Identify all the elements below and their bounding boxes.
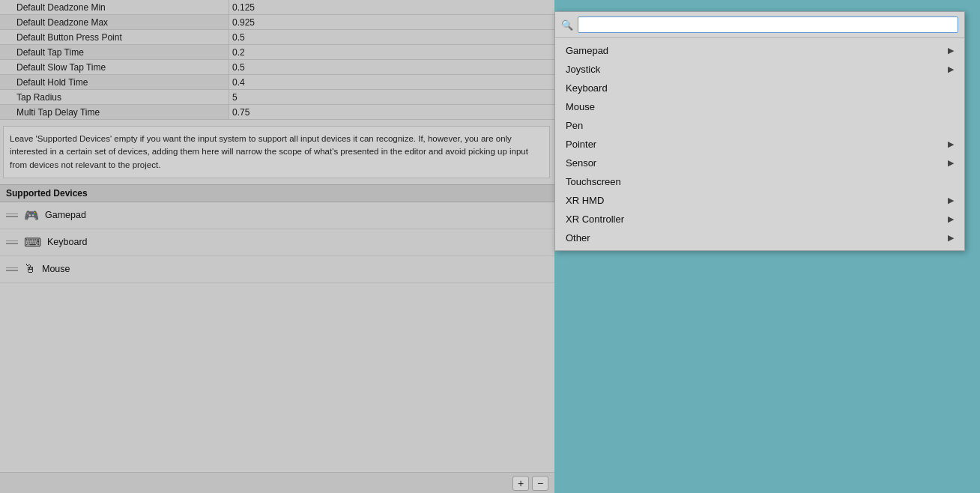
dropdown-item[interactable]: Pointer ▶ <box>555 135 964 154</box>
submenu-arrow-icon: ▶ <box>948 64 954 74</box>
supported-devices-header: Supported Devices <box>0 184 554 202</box>
device-name-label: Mouse <box>42 264 70 274</box>
submenu-arrow-icon: ▶ <box>948 196 954 205</box>
dropdown-item-label: Joystick <box>566 64 600 75</box>
dropdown-item-label: Keyboard <box>566 82 608 94</box>
device-icon: 🖱 <box>24 262 36 276</box>
settings-value-input[interactable] <box>229 90 554 104</box>
settings-label: Default Button Press Point <box>0 32 229 43</box>
settings-label: Default Slow Tap Time <box>0 62 229 73</box>
dropdown-item-label: XR Controller <box>566 214 624 225</box>
dropdown-item-label: Gamepad <box>566 45 608 56</box>
dropdown-item[interactable]: Joystick ▶ <box>555 60 964 79</box>
dropdown-item[interactable]: Pen <box>555 116 964 135</box>
device-list-item: 🎮 Gamepad <box>0 202 554 229</box>
submenu-arrow-icon: ▶ <box>948 233 954 243</box>
dropdown-search-bar: 🔍 <box>555 12 964 38</box>
settings-value-input[interactable] <box>229 105 554 119</box>
settings-value-input[interactable] <box>229 75 554 89</box>
settings-label: Default Deadzone Min <box>0 2 229 13</box>
settings-value-input[interactable] <box>229 45 554 59</box>
dropdown-item-label: Pen <box>566 120 583 131</box>
settings-row: Default Hold Time <box>0 75 554 90</box>
device-list-item: 🖱 Mouse <box>0 256 554 283</box>
settings-label: Default Deadzone Max <box>0 17 229 28</box>
settings-value-input[interactable] <box>229 30 554 44</box>
settings-label: Tap Radius <box>0 92 229 103</box>
dropdown-item[interactable]: Touchscreen <box>555 172 964 191</box>
dropdown-item[interactable]: Mouse <box>555 97 964 116</box>
dropdown-item[interactable]: XR HMD ▶ <box>555 191 964 210</box>
dropdown-item-label: Other <box>566 232 590 244</box>
dropdown-item-label: Pointer <box>566 139 596 150</box>
submenu-arrow-icon: ▶ <box>948 158 954 168</box>
settings-label: Default Tap Time <box>0 47 229 58</box>
dropdown-item-label: Mouse <box>566 101 595 112</box>
submenu-arrow-icon: ▶ <box>948 139 954 149</box>
drag-handle[interactable] <box>6 267 18 271</box>
settings-label: Multi Tap Delay Time <box>0 107 229 118</box>
settings-value-input[interactable] <box>229 15 554 29</box>
bottom-bar: + − <box>0 472 554 493</box>
device-list: 🎮 Gamepad ⌨ Keyboard 🖱 Mouse <box>0 202 554 283</box>
settings-row: Tap Radius <box>0 90 554 105</box>
device-list-item: ⌨ Keyboard <box>0 229 554 256</box>
dropdown-item-label: Sensor <box>566 157 596 169</box>
dropdown-item[interactable]: Sensor ▶ <box>555 154 964 172</box>
submenu-arrow-icon: ▶ <box>948 214 954 224</box>
drag-handle[interactable] <box>6 241 18 244</box>
device-icon: ⌨ <box>24 235 41 249</box>
settings-rows: Default Deadzone Min Default Deadzone Ma… <box>0 0 554 120</box>
settings-panel: Default Deadzone Min Default Deadzone Ma… <box>0 0 554 493</box>
remove-device-button[interactable]: − <box>532 476 548 491</box>
search-input[interactable] <box>578 16 958 33</box>
drag-handle[interactable] <box>6 214 18 217</box>
dropdown-list: Gamepad ▶ Joystick ▶ Keyboard Mouse Pen … <box>555 38 964 250</box>
settings-row: Multi Tap Delay Time <box>0 105 554 120</box>
device-name-label: Gamepad <box>45 210 86 220</box>
settings-row: Default Slow Tap Time <box>0 60 554 75</box>
settings-value-input[interactable] <box>229 0 554 14</box>
settings-row: Default Deadzone Min <box>0 0 554 15</box>
device-type-dropdown[interactable]: 🔍 Gamepad ▶ Joystick ▶ Keyboard Mouse Pe… <box>554 11 965 251</box>
settings-row: Default Deadzone Max <box>0 15 554 30</box>
info-box: Leave 'Supported Devices' empty if you w… <box>3 126 550 178</box>
dropdown-item[interactable]: Keyboard <box>555 79 964 97</box>
settings-value-input[interactable] <box>229 60 554 74</box>
add-device-button[interactable]: + <box>512 476 529 491</box>
dropdown-item[interactable]: Other ▶ <box>555 229 964 247</box>
dropdown-item[interactable]: Gamepad ▶ <box>555 41 964 60</box>
device-icon: 🎮 <box>24 208 39 223</box>
submenu-arrow-icon: ▶ <box>948 46 954 55</box>
dropdown-item[interactable]: XR Controller ▶ <box>555 210 964 229</box>
settings-row: Default Button Press Point <box>0 30 554 45</box>
dropdown-item-label: XR HMD <box>566 195 604 206</box>
dropdown-item-label: Touchscreen <box>566 176 621 187</box>
search-icon: 🔍 <box>561 19 573 31</box>
settings-row: Default Tap Time <box>0 45 554 60</box>
info-text: Leave 'Supported Devices' empty if you w… <box>10 134 528 169</box>
settings-label: Default Hold Time <box>0 77 229 88</box>
device-name-label: Keyboard <box>47 237 88 247</box>
